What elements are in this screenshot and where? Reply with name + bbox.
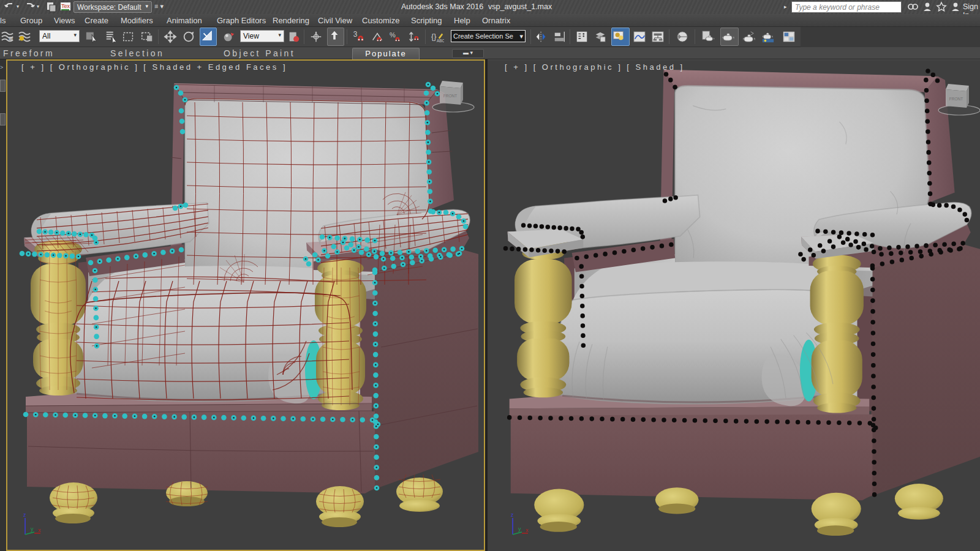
svg-text:{}: {} [431,32,437,41]
svg-text:z: z [23,512,26,518]
svg-text:x: x [38,527,41,533]
svg-text:ABC: ABC [437,39,444,43]
svg-text:3: 3 [353,30,358,39]
svg-text:y: y [31,526,34,532]
svg-text:x: x [526,527,529,533]
svg-text:Tex: Tex [61,3,70,9]
svg-text:%: % [390,31,396,39]
svg-text:FRONT: FRONT [949,97,963,101]
svg-text:FRONT: FRONT [443,94,457,98]
svg-text:z: z [511,512,514,518]
svg-text:y: y [518,526,521,532]
